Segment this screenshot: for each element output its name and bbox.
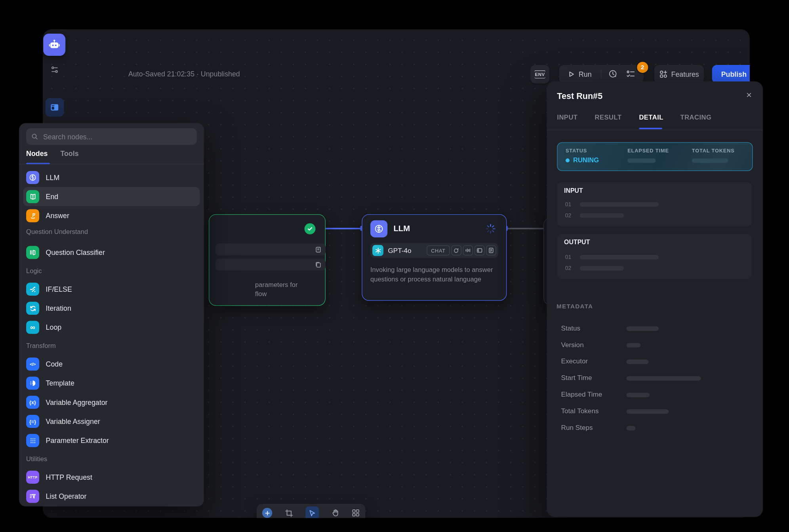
- node-picker-panel: Nodes Tools LLM End Answer Question Unde…: [19, 123, 204, 506]
- skeleton-bar: [580, 255, 659, 259]
- elapsed-time-label: ELAPSED TIME: [627, 148, 669, 153]
- skeleton-bar: [627, 158, 656, 163]
- skeleton-bar: [627, 426, 636, 430]
- panel-title: Test Run#5: [557, 91, 602, 101]
- hand-tool-button[interactable]: [332, 509, 339, 517]
- organize-layout-button[interactable]: [352, 509, 360, 517]
- edge-start-llm: [324, 228, 362, 229]
- autosave-status: Auto-Saved 21:02:35 · Unpublished: [128, 70, 240, 78]
- model-selector[interactable]: GPT-4o CHAT: [370, 243, 498, 258]
- success-check-icon: [305, 223, 316, 234]
- section-question-understand: Question Understand: [26, 226, 88, 236]
- add-node-button[interactable]: [262, 508, 272, 518]
- node-item-answer[interactable]: Answer: [23, 206, 200, 225]
- tab-tracing[interactable]: TRACING: [680, 114, 712, 121]
- search-input[interactable]: [42, 132, 192, 141]
- node-item-code[interactable]: </> Code: [23, 355, 200, 374]
- node-item-llm[interactable]: LLM: [23, 168, 200, 187]
- organize-icon: [352, 509, 360, 517]
- plus-circle-icon: [262, 508, 272, 518]
- play-icon: [568, 71, 575, 78]
- status-value: RUNING: [573, 156, 599, 164]
- iteration-icon: [26, 302, 39, 315]
- file-text-icon: [315, 246, 322, 253]
- env-button[interactable]: ENV: [530, 65, 549, 84]
- row-index: 01: [565, 254, 572, 260]
- close-icon[interactable]: ×: [746, 89, 752, 101]
- status-card: STATUS RUNING ELAPSED TIME TOTAL TOKENS: [557, 142, 753, 171]
- pointer-tool-button[interactable]: [305, 506, 319, 518]
- node-item-parameter-extractor[interactable]: Parameter Extractor: [23, 431, 200, 450]
- tab-result[interactable]: RESULT: [595, 114, 622, 121]
- active-tab-underline: [639, 128, 662, 129]
- skeleton-bar: [627, 393, 650, 397]
- answer-flag-icon: [26, 209, 39, 222]
- skeleton-bar: [627, 376, 701, 380]
- node-item-end[interactable]: End: [23, 187, 200, 206]
- ifelse-icon: [26, 283, 39, 296]
- features-button[interactable]: Features: [654, 65, 704, 84]
- metadata-label: Total Tokens: [561, 407, 598, 415]
- brain-icon: [374, 224, 384, 234]
- video-capability-icon: [475, 245, 484, 255]
- node-item-http-request[interactable]: HTTP HTTP Request: [23, 467, 200, 486]
- llm-node[interactable]: LLM GPT-4o CHAT: [362, 214, 507, 301]
- publish-label: Publish: [721, 70, 747, 78]
- skeleton-bar: [627, 359, 649, 364]
- total-tokens-label: TOTAL TOKENS: [692, 148, 735, 153]
- node-item-variable-aggregator[interactable]: {x} Variable Aggregator: [23, 393, 200, 412]
- tab-tools[interactable]: Tools: [60, 149, 78, 157]
- llm-node-title: LLM: [393, 224, 410, 234]
- classifier-icon: [26, 246, 39, 259]
- start-node[interactable]: parameters for flow: [209, 214, 326, 306]
- add-note-button[interactable]: [284, 509, 293, 517]
- metadata-label: Start Time: [561, 374, 592, 382]
- metadata-label: Run Steps: [561, 424, 593, 431]
- dot-grid-icon: [26, 434, 39, 447]
- publish-button[interactable]: Publish: [712, 65, 750, 84]
- skeleton-bar: [627, 326, 659, 331]
- hand-icon: [332, 509, 339, 517]
- skeleton-bar: [580, 266, 624, 270]
- edge-llm-end: [507, 228, 543, 229]
- cursor-icon: [309, 509, 316, 517]
- app-logo[interactable]: [43, 34, 65, 56]
- start-var-row[interactable]: [215, 258, 326, 270]
- run-history-icon[interactable]: [608, 69, 618, 79]
- skeleton-bar: [580, 202, 659, 206]
- running-spinner-icon: [485, 223, 496, 236]
- node-item-list-operator[interactable]: List Operator: [23, 487, 200, 506]
- status-label: STATUS: [566, 148, 599, 153]
- template-icon: [26, 377, 39, 390]
- canvas-toolbar: [257, 504, 365, 518]
- run-group: Run: [559, 65, 643, 84]
- features-label: Features: [671, 70, 699, 78]
- preview-window-icon[interactable]: [45, 98, 64, 117]
- row-index: 01: [565, 201, 572, 207]
- test-run-panel: Test Run#5 × INPUT RESULT DETAIL TRACING…: [547, 82, 763, 517]
- braces-equals-icon: {=}: [26, 415, 39, 428]
- tab-input[interactable]: INPUT: [557, 114, 577, 121]
- section-logic: Logic: [26, 266, 42, 276]
- model-name: GPT-4o: [388, 247, 411, 254]
- node-item-template[interactable]: Template: [23, 374, 200, 393]
- metadata-label: Executor: [561, 357, 588, 365]
- code-icon: </>: [26, 357, 39, 370]
- skeleton-bar: [692, 158, 728, 163]
- run-button[interactable]: Run: [559, 70, 591, 78]
- node-item-loop[interactable]: ∞ Loop: [23, 318, 200, 337]
- status-dot: [566, 158, 570, 162]
- tab-detail[interactable]: DETAIL: [639, 114, 663, 121]
- tab-nodes[interactable]: Nodes: [26, 149, 48, 157]
- start-var-row[interactable]: [215, 243, 326, 255]
- divider: [547, 130, 763, 130]
- node-item-question-classifier[interactable]: Question Classifier: [23, 243, 200, 262]
- node-item-variable-assigner[interactable]: {=} Variable Assigner: [23, 412, 200, 431]
- node-item-iteration[interactable]: Iteration: [23, 299, 200, 318]
- node-item-ifelse[interactable]: IF/ELSE: [23, 279, 200, 298]
- workflow-settings-icon[interactable]: [47, 62, 62, 77]
- start-node-description: parameters for flow: [255, 281, 297, 299]
- file-copy-icon: [315, 261, 322, 268]
- checklist-icon[interactable]: [626, 69, 635, 79]
- search-box[interactable]: [26, 128, 197, 145]
